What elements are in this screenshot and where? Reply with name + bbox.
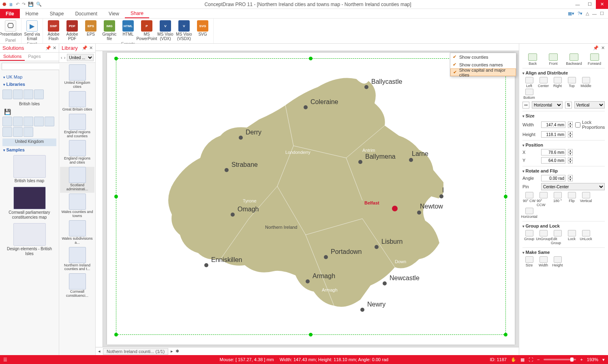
- library-item[interactable]: Great Britain cities: [60, 91, 94, 113]
- flip-vertical-button[interactable]: Vertical: [579, 192, 593, 207]
- help-icon[interactable]: ?▾: [578, 11, 582, 16]
- ungroup-button[interactable]: UnGroup: [537, 230, 550, 245]
- status-menu-icon[interactable]: ☰: [3, 357, 7, 362]
- menu-shape[interactable]: Shape: [44, 9, 70, 18]
- panel-close-icon[interactable]: ✕: [89, 45, 93, 51]
- flip-button[interactable]: Flip: [565, 192, 578, 207]
- export-button[interactable]: HTMLHTML: [119, 19, 137, 42]
- edit-group-button[interactable]: Edit Group: [551, 230, 564, 245]
- pin-select[interactable]: Center-Center: [541, 183, 605, 190]
- spin-up[interactable]: ▲: [568, 157, 573, 160]
- zoom-out-icon[interactable]: −: [537, 357, 539, 362]
- arrange-front-button[interactable]: Front: [546, 53, 561, 66]
- tree-libraries[interactable]: Libraries: [2, 81, 56, 88]
- redo-icon[interactable]: ↷: [22, 2, 26, 7]
- handle[interactable]: [504, 333, 507, 336]
- library-item[interactable]: Wales subdivisions a...: [60, 220, 94, 246]
- spin-down[interactable]: ▼: [568, 160, 573, 164]
- page[interactable]: Londonderry Antrim Tyrone Fermanagh Arma…: [107, 53, 515, 345]
- distribute-h-icon[interactable]: ⇿: [522, 102, 529, 109]
- context-item-show-capital[interactable]: ✔Show capital and major cities: [450, 68, 516, 76]
- thumb[interactable]: [13, 89, 23, 99]
- library-item[interactable]: Cornwall constituenci...: [60, 273, 94, 299]
- same-size-button[interactable]: Size: [522, 256, 536, 267]
- menu-view[interactable]: View: [103, 9, 125, 18]
- library-item[interactable]: England regions and cities: [60, 140, 94, 166]
- angle-input[interactable]: [541, 175, 565, 181]
- thumb[interactable]: [2, 117, 12, 126]
- context-item-show-counties[interactable]: ✔Show counties: [450, 53, 516, 61]
- spin-down[interactable]: ▼: [568, 178, 573, 181]
- rotate-cw-button[interactable]: 90° CW: [522, 192, 536, 207]
- sample-thumb[interactable]: [13, 155, 46, 178]
- search-icon[interactable]: 🔍: [36, 2, 42, 7]
- new-doc-icon[interactable]: 🗎: [9, 2, 13, 7]
- width-input[interactable]: [541, 121, 565, 128]
- thumb[interactable]: [2, 89, 12, 99]
- thumb[interactable]: [13, 117, 23, 126]
- menu-home[interactable]: Home: [20, 9, 44, 18]
- close-button[interactable]: ✕: [596, 0, 608, 9]
- spin-down[interactable]: ▼: [568, 125, 573, 128]
- tab-next-icon[interactable]: ▸: [171, 349, 173, 354]
- thumb[interactable]: [2, 127, 12, 137]
- thumb[interactable]: [13, 127, 23, 137]
- minimize-button[interactable]: —: [572, 0, 584, 9]
- section-rotate[interactable]: Rotate and Flip: [522, 168, 605, 174]
- zoom-dropdown-icon[interactable]: ▾: [602, 357, 605, 362]
- section-align[interactable]: Align and Distribute: [522, 70, 605, 76]
- section-position[interactable]: Position: [522, 142, 605, 148]
- align-center-button[interactable]: Center: [537, 77, 550, 88]
- canvas[interactable]: Londonderry Antrim Tyrone Fermanagh Arma…: [103, 51, 519, 347]
- maximize-button[interactable]: ☐: [584, 0, 596, 9]
- distribute-v-icon[interactable]: ⇅: [565, 102, 572, 109]
- pin-icon[interactable]: 📌: [593, 45, 599, 52]
- workspace-icon[interactable]: ▦▾: [568, 11, 574, 16]
- zoom-slider[interactable]: [544, 359, 576, 360]
- spin-up[interactable]: ▲: [568, 131, 573, 134]
- pin-icon[interactable]: 📌: [45, 45, 51, 51]
- nav-prev-icon[interactable]: ‹: [61, 55, 62, 60]
- section-group[interactable]: Group and Lock: [522, 223, 605, 229]
- document-tab[interactable]: Nothern Ireland counti... (1/1): [103, 348, 168, 355]
- export-button[interactable]: PDFAdobe PDF: [63, 19, 81, 42]
- thumb[interactable]: [24, 127, 33, 137]
- align-bottom-button[interactable]: Bottom: [522, 89, 536, 100]
- save-small-icon[interactable]: 💾: [2, 109, 56, 115]
- export-button[interactable]: IMGGraphic file: [101, 19, 118, 42]
- tree-samples[interactable]: Samples: [2, 146, 56, 153]
- library-item[interactable]: Northern Ireland counties and t...: [60, 247, 94, 273]
- height-input[interactable]: [541, 131, 565, 138]
- tab-prev-icon[interactable]: ◂: [98, 349, 101, 354]
- export-button[interactable]: SVGSVG: [194, 19, 212, 42]
- thumb[interactable]: [34, 117, 44, 126]
- rotate-ccw-button[interactable]: 90° CCW: [537, 192, 550, 207]
- panel-close-icon[interactable]: ✕: [53, 45, 56, 51]
- tab-pages[interactable]: Pages: [25, 53, 44, 61]
- export-button[interactable]: SWFAdobe Flash: [45, 19, 62, 42]
- flip-horizontal-button[interactable]: Horizontal: [522, 208, 536, 219]
- export-button[interactable]: EPSEPS: [82, 19, 100, 42]
- export-button[interactable]: VMS Visio (VSDX): [175, 19, 193, 42]
- restore-window-icon[interactable]: —: [592, 11, 597, 16]
- handle[interactable]: [114, 195, 118, 198]
- align-middle-button[interactable]: Middle: [579, 77, 593, 88]
- lock-button[interactable]: Lock: [565, 230, 578, 245]
- arrange-back-button[interactable]: Back: [525, 53, 540, 66]
- app-close-icon[interactable]: ☐: [600, 11, 604, 16]
- same-width-button[interactable]: Width: [537, 256, 550, 267]
- same-height-button[interactable]: Height: [551, 256, 564, 267]
- save-icon[interactable]: 💾: [28, 2, 34, 7]
- undo-icon[interactable]: ↶: [16, 2, 19, 7]
- group-button[interactable]: Group: [522, 230, 536, 245]
- spin-down[interactable]: ▼: [568, 152, 573, 155]
- nav-next-icon[interactable]: ›: [64, 55, 66, 60]
- handle[interactable]: [114, 57, 118, 60]
- library-item[interactable]: England regions and counties: [60, 114, 94, 140]
- handle[interactable]: [309, 57, 313, 60]
- panel-close-icon[interactable]: ✕: [601, 45, 605, 52]
- collapse-ribbon-icon[interactable]: △: [586, 11, 589, 16]
- align-left-button[interactable]: Left: [522, 77, 536, 88]
- tree-uk-map[interactable]: UK Map: [2, 73, 56, 81]
- spin-down[interactable]: ▼: [568, 134, 573, 138]
